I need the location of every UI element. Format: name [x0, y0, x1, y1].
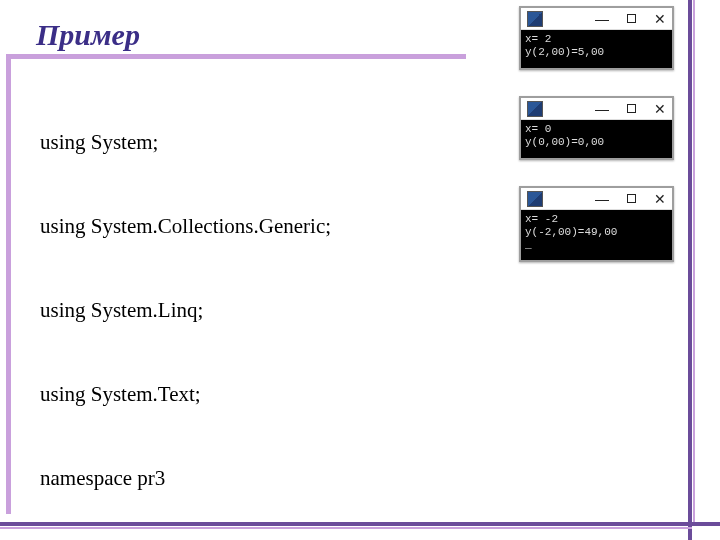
app-icon	[527, 101, 543, 117]
app-icon	[527, 11, 543, 27]
code-line: using System;	[40, 128, 540, 156]
code-line: namespace pr3	[40, 464, 540, 492]
console-output: x= -2 y(-2,00)=49,00 _	[521, 210, 672, 260]
code-line: using System.Linq;	[40, 296, 540, 324]
frame-border-right	[688, 0, 692, 540]
slide-title: Пример	[36, 18, 140, 52]
maximize-icon[interactable]	[627, 194, 636, 203]
console-window-1: — ✕ x= 2 y(2,00)=5,00	[519, 6, 674, 70]
code-line: using System.Collections.Generic;	[40, 212, 540, 240]
accent-bar-left	[6, 54, 11, 514]
console-output: x= 0 y(0,00)=0,00	[521, 120, 672, 158]
minimize-icon[interactable]: —	[595, 192, 609, 206]
console-titlebar: — ✕	[521, 98, 672, 120]
code-listing: using System; using System.Collections.G…	[40, 72, 540, 540]
console-titlebar: — ✕	[521, 8, 672, 30]
close-icon[interactable]: ✕	[654, 102, 666, 116]
console-titlebar: — ✕	[521, 188, 672, 210]
console-window-3: — ✕ x= -2 y(-2,00)=49,00 _	[519, 186, 674, 262]
minimize-icon[interactable]: —	[595, 12, 609, 26]
console-output: x= 2 y(2,00)=5,00	[521, 30, 672, 68]
close-icon[interactable]: ✕	[654, 192, 666, 206]
accent-bar-top	[6, 54, 466, 59]
maximize-icon[interactable]	[627, 104, 636, 113]
minimize-icon[interactable]: —	[595, 102, 609, 116]
close-icon[interactable]: ✕	[654, 12, 666, 26]
app-icon	[527, 191, 543, 207]
maximize-icon[interactable]	[627, 14, 636, 23]
frame-corner-cover	[692, 526, 720, 540]
console-window-2: — ✕ x= 0 y(0,00)=0,00	[519, 96, 674, 160]
code-line: using System.Text;	[40, 380, 540, 408]
